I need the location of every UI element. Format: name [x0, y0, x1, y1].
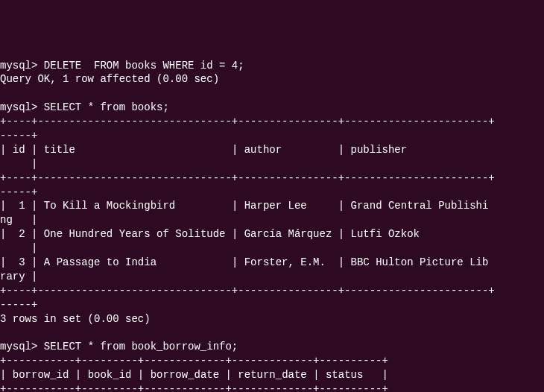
cell-publisher: Grand Central Publishi	[351, 200, 489, 212]
terminal-output[interactable]: mysql> DELETE FROM books WHERE id = 4; Q…	[0, 57, 544, 392]
row-count: 3 rows in set (0.00 sec)	[0, 313, 151, 325]
cell-id: 1	[19, 200, 25, 212]
cell-author: Forster, E.M.	[244, 256, 326, 268]
cell-title: One Hundred Years of Solitude	[44, 228, 226, 240]
col-author: author	[244, 144, 282, 156]
table-separator-wrap: -----+	[0, 299, 37, 311]
mysql-prompt: mysql>	[0, 101, 37, 113]
table-separator-wrap: -----+	[0, 186, 37, 198]
table-separator: +----+-------------------------------+--…	[0, 285, 495, 297]
col-status: status	[326, 369, 363, 381]
col-title: title	[44, 144, 75, 156]
table-separator: +----+-------------------------------+--…	[0, 116, 495, 127]
table-separator: +-----------+---------+-------------+---…	[0, 383, 388, 392]
sql-command-delete: DELETE FROM books WHERE id = 4;	[44, 60, 244, 72]
cell-publisher: Lutfi Ozkok	[351, 228, 420, 240]
sql-command-select-borrow: SELECT * from book_borrow_info;	[44, 341, 238, 353]
col-publisher: publisher	[351, 144, 408, 156]
table-separator: +-----------+---------+-------------+---…	[0, 355, 388, 367]
cell-author: García Márquez	[244, 228, 332, 240]
mysql-prompt: mysql>	[0, 60, 37, 72]
cell-publisher-wrap: rary	[0, 271, 25, 282]
col-borrow-date: borrow_date	[151, 369, 219, 381]
col-return-date: return_date	[238, 369, 306, 381]
col-book-id: book_id	[88, 369, 132, 381]
cell-publisher-wrap: ng	[0, 214, 13, 226]
cell-title: To Kill a Mockingbird	[44, 200, 175, 212]
mysql-prompt: mysql>	[0, 341, 37, 353]
query-result: Query OK, 1 row affected (0.00 sec)	[0, 73, 219, 85]
cell-publisher: BBC Hulton Picture Lib	[351, 256, 489, 268]
col-id: id	[13, 144, 25, 156]
col-borrow-id: borrow_id	[13, 369, 69, 381]
cell-author: Harper Lee	[244, 200, 307, 212]
table-separator-wrap: -----+	[0, 130, 37, 142]
cell-id: 3	[19, 256, 25, 268]
cell-id: 2	[19, 228, 25, 240]
sql-command-select-books: SELECT * from books;	[44, 101, 169, 113]
table-separator: +----+-------------------------------+--…	[0, 172, 495, 184]
cell-title: A Passage to India	[44, 256, 156, 268]
